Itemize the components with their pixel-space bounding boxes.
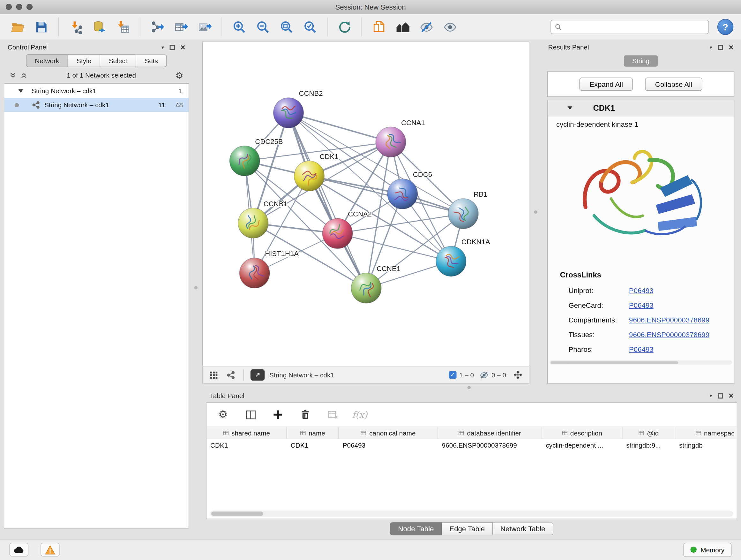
warning-icon xyxy=(45,545,56,555)
export-table-button[interactable] xyxy=(171,17,191,37)
import-network-database-button[interactable] xyxy=(89,17,109,37)
warnings-button[interactable] xyxy=(41,543,59,557)
zoom-window-button[interactable] xyxy=(26,4,32,10)
delete-table-button-disabled[interactable] xyxy=(325,407,340,423)
splitter-handle[interactable] xyxy=(468,386,471,389)
node-count: 11 xyxy=(158,101,165,109)
memory-status-icon xyxy=(690,547,697,553)
string-tab-badge[interactable]: String xyxy=(623,55,658,67)
tab-network-table[interactable]: Network Table xyxy=(493,522,553,535)
export-image-button[interactable] xyxy=(195,17,214,37)
open-session-button[interactable] xyxy=(8,17,27,37)
cloud-status-button[interactable] xyxy=(10,543,28,557)
disclosure-triangle-icon[interactable] xyxy=(568,106,572,110)
import-table-file-button[interactable] xyxy=(113,17,133,37)
zoom-selected-icon xyxy=(303,20,317,34)
export-network-button[interactable] xyxy=(147,17,167,37)
node-table: shared name name canonical name database… xyxy=(206,427,737,509)
function-builder-button-disabled[interactable]: f(x) xyxy=(352,407,367,423)
node-label-CDC6: CDC6 xyxy=(413,171,432,179)
splitter-handle[interactable] xyxy=(194,286,198,289)
show-columns-button[interactable] xyxy=(243,407,259,423)
panel-close-icon[interactable]: × xyxy=(729,43,734,51)
grid-view-button[interactable] xyxy=(207,369,220,381)
panel-float-icon[interactable] xyxy=(170,45,175,50)
zoom-out-icon xyxy=(256,20,270,34)
column-header-namespace[interactable]: namespac xyxy=(675,427,737,439)
disclosure-triangle-icon[interactable] xyxy=(18,89,23,92)
network-edge[interactable] xyxy=(288,113,366,288)
titlebar: Session: New Session xyxy=(0,0,741,14)
hide-selected-button[interactable] xyxy=(416,17,436,37)
panel-menu-icon[interactable]: ▾ xyxy=(161,45,164,50)
node-label-CCNB2: CCNB2 xyxy=(299,89,323,98)
genecard-link[interactable]: P06493 xyxy=(629,301,654,309)
grid-icon xyxy=(210,371,218,379)
network-canvas[interactable]: CCNB2CCNA1CDC25BCDK1CDC6RB1CCNB1CCNA2CDK… xyxy=(202,42,529,366)
tab-select[interactable]: Select xyxy=(100,54,136,67)
column-header-description[interactable]: description xyxy=(542,427,623,439)
network-collection-row[interactable]: String Network – cdk1 1 xyxy=(4,84,189,98)
column-header-name[interactable]: name xyxy=(287,427,339,439)
panel-menu-icon[interactable]: ▾ xyxy=(710,45,712,50)
crosslink-label: Tissues: xyxy=(568,330,629,338)
column-header-canonical-name[interactable]: canonical name xyxy=(339,427,438,439)
column-type-icon xyxy=(562,430,567,436)
birdseye-view-button[interactable] xyxy=(393,17,413,37)
tab-style[interactable]: Style xyxy=(68,54,100,67)
zoom-fit-button[interactable] xyxy=(276,17,296,37)
column-header-shared-name[interactable]: shared name xyxy=(206,427,287,439)
entry-header[interactable]: CDK1 xyxy=(548,100,734,116)
show-all-button[interactable] xyxy=(440,17,460,37)
table-horizontal-scrollbar[interactable] xyxy=(210,510,733,516)
splitter-handle[interactable] xyxy=(534,210,537,213)
table-row[interactable]: CDK1 CDK1 P06493 9606.ENSP00000378699 cy… xyxy=(206,439,737,452)
tab-edge-table[interactable]: Edge Table xyxy=(442,522,493,535)
detach-view-button[interactable] xyxy=(251,369,265,381)
minimize-window-button[interactable] xyxy=(16,4,22,10)
save-session-button[interactable] xyxy=(31,17,51,37)
add-column-button[interactable] xyxy=(270,407,286,423)
selected-counts-group: ✓ 1 – 0 xyxy=(449,371,474,379)
panel-float-icon[interactable] xyxy=(718,45,723,50)
close-window-button[interactable] xyxy=(6,4,12,10)
uniprot-link[interactable]: P06493 xyxy=(629,287,654,294)
collapse-all-button[interactable]: Collapse All xyxy=(645,78,702,91)
network-glyph-button[interactable] xyxy=(224,369,237,381)
panel-close-icon[interactable]: × xyxy=(181,43,185,51)
network-row-selected[interactable]: String Network – cdk1 11 48 xyxy=(4,98,189,112)
network-edge[interactable] xyxy=(288,113,391,142)
import-network-file-button[interactable] xyxy=(66,17,85,37)
results-horizontal-scrollbar[interactable] xyxy=(549,360,732,364)
collapse-all-icon[interactable] xyxy=(10,71,17,78)
zoom-selected-button[interactable] xyxy=(300,17,320,37)
delete-column-button[interactable] xyxy=(297,407,313,423)
help-button[interactable]: ? xyxy=(718,19,733,35)
apply-layout-button[interactable] xyxy=(334,17,354,37)
expand-all-button[interactable]: Expand All xyxy=(580,78,633,91)
scrollbar-handle[interactable] xyxy=(211,511,263,516)
tab-node-table[interactable]: Node Table xyxy=(390,522,442,535)
network-edge[interactable] xyxy=(309,176,463,213)
table-options-button[interactable]: ⚙ xyxy=(215,407,231,423)
tab-sets[interactable]: Sets xyxy=(136,54,167,67)
compartments-link[interactable]: 9606.ENSP00000378699 xyxy=(629,316,710,324)
tab-network[interactable]: Network xyxy=(26,54,68,67)
column-header-database-identifier[interactable]: database identifier xyxy=(438,427,542,439)
tissues-link[interactable]: 9606.ENSP00000378699 xyxy=(629,330,710,338)
network-options-gear-icon[interactable]: ⚙ xyxy=(175,71,183,79)
fit-selected-button[interactable] xyxy=(512,369,524,381)
column-header-id[interactable]: @id xyxy=(622,427,675,439)
memory-button[interactable]: Memory xyxy=(684,543,731,557)
annotations-button[interactable] xyxy=(369,17,389,37)
panel-float-icon[interactable] xyxy=(718,393,723,398)
zoom-in-button[interactable] xyxy=(229,17,249,37)
crosslink-label: Compartments: xyxy=(568,316,629,324)
panel-menu-icon[interactable]: ▾ xyxy=(710,393,712,398)
network-graph[interactable]: CCNB2CCNA1CDC25BCDK1CDC6RB1CCNB1CCNA2CDK… xyxy=(203,42,529,366)
zoom-out-button[interactable] xyxy=(253,17,273,37)
expand-all-icon[interactable] xyxy=(20,71,27,78)
search-input[interactable] xyxy=(565,23,704,31)
pharos-link[interactable]: P06493 xyxy=(629,345,654,353)
panel-close-icon[interactable]: × xyxy=(729,392,734,400)
